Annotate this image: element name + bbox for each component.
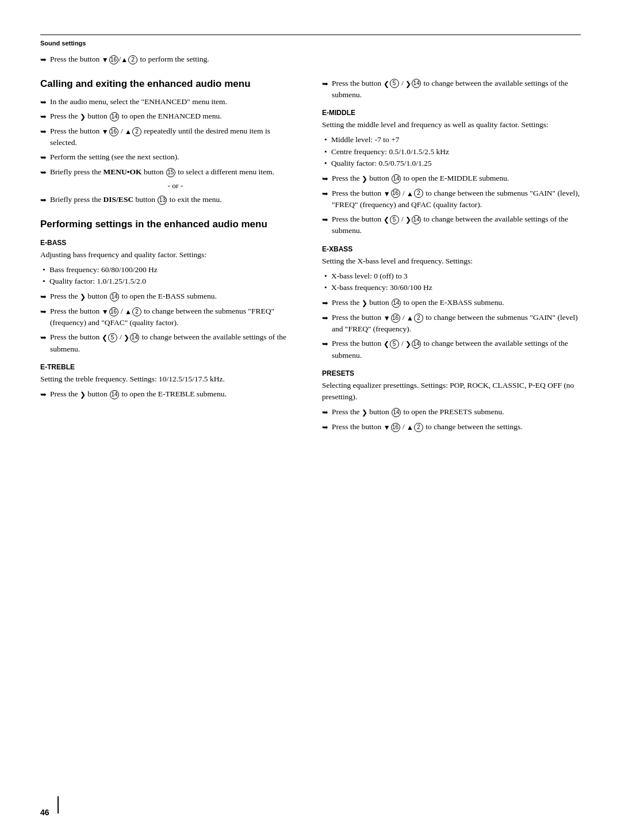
etreble-open-submenu-text: Press the ❯ button 14 to open the E-TREB…: [50, 388, 299, 400]
num-2-circle: 2: [128, 55, 137, 64]
arrow-icon-r3: ➥: [322, 188, 328, 200]
down-arrow-sym: ▼: [102, 56, 109, 64]
arrow-icon-r5: ➥: [322, 297, 328, 309]
etreble-title: E-TREBLE: [40, 363, 299, 371]
audio-menu-select: ➥ In the audio menu, select the "ENHANCE…: [40, 96, 299, 108]
emiddle-setting-1: Middle level: -7 to +7: [322, 134, 581, 146]
arrow-icon-r8: ➥: [322, 407, 328, 418]
arrow-icon-1: ➥: [40, 97, 47, 108]
press-button-open-enhanced-text: Press the ❯ button 14 to open the ENHANC…: [50, 110, 299, 122]
emiddle-open-submenu-text: Press the ❯ button 14 to open the E-MIDD…: [332, 173, 581, 184]
arrow-icon-r6: ➥: [322, 312, 328, 324]
page-line: [57, 796, 59, 814]
arrow-icon-4: ➥: [40, 152, 47, 163]
ebass-change-submenus-text: Press the button ▼16 / ▲2 to change betw…: [50, 306, 299, 329]
arrow-icon-r7: ➥: [322, 338, 328, 350]
section2-title: Performing settings in the enhanced audi…: [40, 218, 299, 231]
presets-open-submenu-text: Press the ❯ button 14 to open the PRESET…: [332, 406, 581, 418]
arrow-icon-3: ➥: [40, 126, 47, 138]
ebass-open-submenu: ➥ Press the ❯ button 14 to open the E-BA…: [40, 291, 299, 303]
ebass-settings-list: Bass frequency: 60/80/100/200 Hz Quality…: [40, 264, 299, 288]
exbass-change-settings-text: Press the button ❮5 / ❯14 to change betw…: [332, 338, 581, 361]
emiddle-setting-3: Quality factor: 0.5/0.75/1.0/1.25: [322, 158, 581, 169]
up-arrow-sym: ▲: [121, 56, 128, 64]
arrow-icon-r4: ➥: [322, 214, 328, 226]
perform-setting-text: Perform the setting (see the next sectio…: [50, 151, 299, 163]
ebass-change-submenus: ➥ Press the button ▼16 / ▲2 to change be…: [40, 306, 299, 329]
presets-desc: Selecting equalizer presettings. Setting…: [322, 380, 581, 403]
page: Sound settings ➥ Press the button ▼16/▲2…: [0, 0, 621, 840]
briefly-press-disesc: ➥ Briefly press the DIS/ESC button 13 to…: [40, 194, 299, 206]
exbass-setting-1: X-bass level: 0 (off) to 3: [322, 270, 581, 282]
exbass-change-submenus-text: Press the button ▼16 / ▲2 to change betw…: [332, 312, 581, 335]
num-16-circle: 16: [109, 55, 118, 64]
top-bullet-text: Press the button ▼16/▲2 to perform the s…: [50, 54, 581, 65]
emiddle-settings-list: Middle level: -7 to +7 Centre frequency:…: [322, 134, 581, 169]
exbass-desc: Setting the X-bass level and frequency. …: [322, 255, 581, 267]
page-number: 46: [40, 808, 49, 817]
ebass-change-settings: ➥ Press the button ❮5 / ❯14 to change be…: [40, 331, 299, 355]
presets-open-submenu: ➥ Press the ❯ button 14 to open the PRES…: [322, 406, 581, 418]
exbass-change-submenus: ➥ Press the button ▼16 / ▲2 to change be…: [322, 312, 581, 335]
left-column: Calling and exiting the enhanced audio m…: [40, 78, 299, 436]
two-column-layout: Calling and exiting the enhanced audio m…: [40, 78, 581, 436]
arrow-icon-10: ➥: [40, 389, 47, 400]
exbass-settings-list: X-bass level: 0 (off) to 3 X-bass freque…: [322, 270, 581, 294]
ebass-setting-2: Quality factor: 1.0/1.25/1.5/2.0: [40, 276, 299, 287]
press-button-repeatedly: ➥ Press the button ▼16 / ▲2 repeatedly u…: [40, 125, 299, 149]
press-button-open-enhanced: ➥ Press the ❯ button 14 to open the ENHA…: [40, 110, 299, 123]
perform-setting: ➥ Perform the setting (see the next sect…: [40, 151, 299, 163]
arrow-icon-r1: ➥: [322, 78, 328, 90]
arrow-icon-5: ➥: [40, 167, 47, 178]
top-bullet-item: ➥ Press the button ▼16/▲2 to perform the…: [40, 54, 581, 66]
section1-title: Calling and exiting the enhanced audio m…: [40, 78, 299, 90]
exbass-change-settings: ➥ Press the button ❮5 / ❯14 to change be…: [322, 338, 581, 361]
ebass-desc: Adjusting bass frequency and quality fac…: [40, 249, 299, 261]
presets-change-settings-text: Press the button ▼16 / ▲2 to change betw…: [332, 421, 581, 433]
briefly-press-menu-ok: ➥ Briefly press the MENU•OK button 15 to…: [40, 166, 299, 178]
etreble-open-submenu: ➥ Press the ❯ button 14 to open the E-TR…: [40, 388, 299, 400]
arrow-icon-9: ➥: [40, 332, 47, 343]
arrow-icon-7: ➥: [40, 291, 47, 303]
presets-title: PRESETS: [322, 369, 581, 377]
exbass-open-submenu-text: Press the ❯ button 14 to open the E-XBAS…: [332, 297, 581, 308]
right-top-bullet-text: Press the button ❮5 / ❯14 to change betw…: [332, 78, 581, 101]
arrow-icon-6: ➥: [40, 194, 47, 206]
section-header: Sound settings: [40, 40, 581, 47]
exbass-title: E-XBASS: [322, 245, 581, 253]
press-button-repeatedly-text: Press the button ▼16 / ▲2 repeatedly unt…: [50, 125, 299, 149]
arrow-icon: ➥: [40, 54, 47, 66]
emiddle-change-submenus: ➥ Press the button ▼16 / ▲2 to change be…: [322, 188, 581, 211]
emiddle-desc: Setting the middle level and frequency a…: [322, 119, 581, 131]
ebass-change-settings-text: Press the button ❮5 / ❯14 to change betw…: [50, 331, 299, 355]
emiddle-open-submenu: ➥ Press the ❯ button 14 to open the E-MI…: [322, 173, 581, 185]
emiddle-title: E-MIDDLE: [322, 109, 581, 117]
arrow-icon-r9: ➥: [322, 422, 328, 433]
ebass-open-submenu-text: Press the ❯ button 14 to open the E-BASS…: [50, 291, 299, 302]
right-column: ➥ Press the button ❮5 / ❯14 to change be…: [322, 78, 581, 436]
emiddle-change-submenus-text: Press the button ▼16 / ▲2 to change betw…: [332, 188, 581, 211]
audio-menu-select-text: In the audio menu, select the "ENHANCED"…: [50, 96, 299, 108]
presets-change-settings: ➥ Press the button ▼16 / ▲2 to change be…: [322, 421, 581, 433]
exbass-open-submenu: ➥ Press the ❯ button 14 to open the E-XB…: [322, 297, 581, 309]
header-rule: [40, 35, 581, 35]
arrow-icon-r2: ➥: [322, 173, 328, 185]
emiddle-change-settings: ➥ Press the button ❮5 / ❯14 to change be…: [322, 213, 581, 237]
briefly-press-menu-ok-text: Briefly press the MENU•OK button 15 to s…: [50, 166, 299, 178]
emiddle-change-settings-text: Press the button ❮5 / ❯14 to change betw…: [332, 213, 581, 237]
emiddle-setting-2: Centre frequency: 0.5/1.0/1.5/2.5 kHz: [322, 146, 581, 158]
exbass-setting-2: X-bass frequency: 30/60/100 Hz: [322, 282, 581, 293]
arrow-icon-2: ➥: [40, 111, 47, 123]
right-top-bullet: ➥ Press the button ❮5 / ❯14 to change be…: [322, 78, 581, 101]
or-divider: - or -: [52, 181, 299, 190]
briefly-press-disesc-text: Briefly press the DIS/ESC button 13 to e…: [50, 194, 299, 205]
etreble-desc: Setting the treble frequency. Settings: …: [40, 373, 299, 385]
ebass-title: E-BASS: [40, 239, 299, 247]
arrow-icon-8: ➥: [40, 306, 47, 318]
ebass-setting-1: Bass frequency: 60/80/100/200 Hz: [40, 264, 299, 276]
